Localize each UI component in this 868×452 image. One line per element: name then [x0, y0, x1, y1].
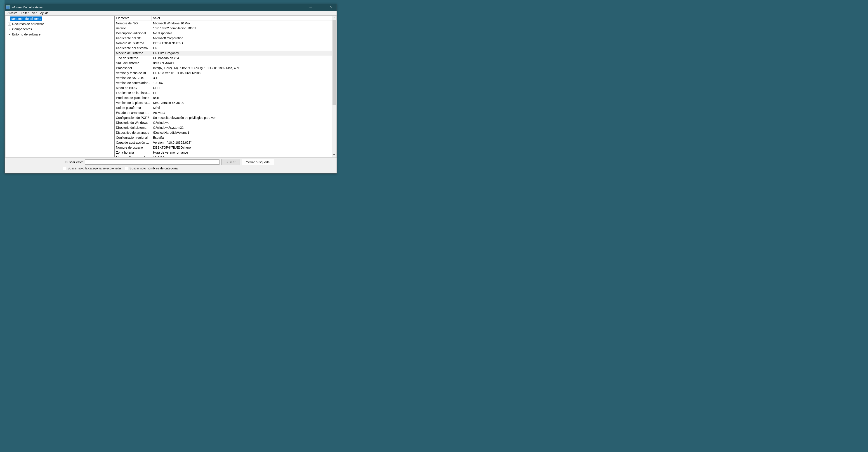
cell-valor: Móvil — [152, 106, 332, 110]
cell-valor: UEFI — [152, 86, 332, 90]
cell-elemento: Estado de arranque seg... — [115, 111, 152, 115]
cell-valor: KBC Version 66.36.00 — [152, 101, 332, 105]
search-input[interactable] — [85, 159, 219, 165]
cell-valor: PC basado en x64 — [152, 56, 332, 60]
cell-valor: HP — [152, 91, 332, 95]
header-valor[interactable]: Valor — [152, 16, 332, 21]
chevron-up-icon — [333, 17, 335, 18]
content-area: Resumen del sistema + Recursos de hardwa… — [5, 15, 337, 157]
table-row[interactable]: Fabricante del sistemaHP — [115, 45, 332, 51]
window-title: Información del sistema — [11, 6, 305, 9]
cell-elemento: Memoria física instalad... — [115, 155, 152, 157]
table-row[interactable]: Zona horariaHora de verano romance — [115, 150, 332, 155]
tree-item-hardware[interactable]: + Recursos de hardware — [5, 22, 114, 27]
table-row[interactable]: Fabricante del SOMicrosoft Corporation — [115, 36, 332, 41]
tree-item-software-env[interactable]: + Entorno de software — [5, 32, 114, 37]
table-row[interactable]: Configuración de PCR7Se necesita elevaci… — [115, 115, 332, 120]
table-row[interactable]: Estado de arranque seg...Activada — [115, 110, 332, 115]
cell-elemento: SKU del sistema — [115, 61, 152, 65]
table-row[interactable]: ProcesadorIntel(R) Core(TM) i7-8565U CPU… — [115, 65, 332, 70]
table-row[interactable]: Versión de la placa baseKBC Version 66.3… — [115, 100, 332, 105]
menu-archivo[interactable]: Archivo — [6, 11, 19, 15]
table-row[interactable]: SKU del sistema8MK77EA#ABE — [115, 61, 332, 65]
table-row[interactable]: Versión y fecha de BIOSHP R93 Ver. 01.01… — [115, 70, 332, 75]
cell-elemento: Producto de placa base — [115, 96, 152, 100]
cell-elemento: Nombre del SO — [115, 21, 152, 25]
maximize-button[interactable] — [316, 4, 326, 11]
cell-valor: C:\windows\system32 — [152, 126, 332, 130]
cell-valor: DESKTOP-K7BJE6D\lhero — [152, 146, 332, 150]
vertical-scrollbar[interactable] — [332, 16, 336, 157]
cell-elemento: Tipo de sistema — [115, 56, 152, 60]
table-row[interactable]: Versión de SMBIOS3.1 — [115, 75, 332, 80]
table-row[interactable]: Producto de placa base861F — [115, 95, 332, 100]
checkbox-selected-category[interactable]: Buscar solo la categoría seleccionada — [63, 166, 121, 170]
menu-ver[interactable]: Ver — [30, 11, 38, 15]
table-row[interactable]: Versión de controlador...102.54 — [115, 80, 332, 86]
cell-elemento: Dispositivo de arranque — [115, 131, 152, 135]
tree-item-label: Componentes — [12, 27, 32, 32]
table-row[interactable]: Nombre del SOMicrosoft Windows 10 Pro — [115, 21, 332, 26]
scroll-track[interactable] — [332, 20, 336, 153]
table-row[interactable]: Fabricante de la placa b...HP — [115, 90, 332, 95]
table-row[interactable]: Rol de plataformaMóvil — [115, 105, 332, 110]
cell-valor: \Device\HarddiskVolume1 — [152, 131, 332, 135]
cell-elemento: Directorio de Windows — [115, 121, 152, 125]
tree-item-label: Recursos de hardware — [12, 22, 44, 26]
cell-valor: No disponible — [152, 31, 332, 35]
cell-elemento: Versión de la placa base — [115, 101, 152, 105]
table-row[interactable]: Nombre del sistemaDESKTOP-K7BJE6D — [115, 41, 332, 45]
header-elemento[interactable]: Elemento — [115, 16, 152, 21]
expand-icon[interactable]: + — [8, 33, 11, 36]
table-row[interactable]: Configuración regionalEspaña — [115, 135, 332, 140]
cell-elemento: Directorio del sistema — [115, 126, 152, 130]
cell-valor: 102.54 — [152, 81, 332, 85]
app-icon — [6, 5, 10, 9]
checkbox-category-names[interactable]: Buscar solo nombres de categoría — [125, 166, 178, 170]
table-row[interactable]: Descripción adicional d...No disponible — [115, 31, 332, 36]
tree-pane[interactable]: Resumen del sistema + Recursos de hardwa… — [5, 15, 115, 157]
tree-item-label: Entorno de software — [12, 32, 41, 37]
maximize-icon — [320, 6, 322, 8]
table-row[interactable]: Directorio del sistemaC:\windows\system3… — [115, 125, 332, 130]
scroll-up-button[interactable] — [332, 16, 336, 20]
scroll-down-button[interactable] — [332, 153, 336, 157]
minimize-button[interactable] — [305, 4, 316, 11]
table-row[interactable]: Versión10.0.18362 compilación 18362 — [115, 26, 332, 31]
cell-valor: HP R93 Ver. 01.01.06, 06/11/2019 — [152, 71, 332, 75]
close-button[interactable] — [326, 4, 337, 11]
system-info-window: Información del sistema Archivo Editar V… — [4, 4, 337, 173]
expand-icon[interactable]: + — [8, 23, 11, 26]
cell-valor: HP — [152, 46, 332, 50]
checkbox-icon — [125, 167, 128, 170]
cell-valor: C:\windows — [152, 121, 332, 125]
detail-pane: Elemento Valor Nombre del SOMicrosoft Wi… — [115, 15, 336, 157]
table-header[interactable]: Elemento Valor — [115, 16, 332, 21]
close-search-button[interactable]: Cerrar búsqueda — [242, 159, 274, 165]
tree-root[interactable]: Resumen del sistema — [5, 16, 114, 22]
detail-table[interactable]: Elemento Valor Nombre del SOMicrosoft Wi… — [115, 16, 332, 157]
table-row[interactable]: Tipo de sistemaPC basado en x64 — [115, 56, 332, 61]
menu-ayuda[interactable]: Ayuda — [38, 11, 51, 15]
cell-elemento: Modo de BIOS — [115, 86, 152, 90]
cell-valor: Activada — [152, 111, 332, 115]
expand-icon[interactable]: + — [8, 28, 11, 31]
menu-editar[interactable]: Editar — [19, 11, 30, 15]
cell-elemento: Procesador — [115, 66, 152, 70]
table-row[interactable]: Capa de abstracción de...Versión = "10.0… — [115, 140, 332, 145]
table-row[interactable]: Directorio de WindowsC:\windows — [115, 120, 332, 125]
cell-valor: Intel(R) Core(TM) i7-8565U CPU @ 1.80GHz… — [152, 66, 332, 70]
table-row[interactable]: Modo de BIOSUEFI — [115, 86, 332, 90]
search-button[interactable]: Buscar — [221, 159, 240, 165]
table-row[interactable]: Memoria física instalad...16,0 GB — [115, 155, 332, 157]
titlebar[interactable]: Información del sistema — [5, 4, 337, 11]
tree-item-components[interactable]: + Componentes — [5, 27, 114, 32]
checkbox-icon — [63, 167, 66, 170]
minimize-icon — [309, 6, 312, 8]
scroll-thumb[interactable] — [333, 20, 336, 105]
cell-elemento: Zona horaria — [115, 151, 152, 155]
table-row[interactable]: Dispositivo de arranque\Device\HarddiskV… — [115, 130, 332, 135]
table-row[interactable]: Nombre de usuarioDESKTOP-K7BJE6D\lhero — [115, 145, 332, 150]
checkbox-label: Buscar solo nombres de categoría — [129, 166, 178, 170]
table-row[interactable]: Modelo del sistemaHP Elite Dragonfly — [115, 51, 332, 56]
